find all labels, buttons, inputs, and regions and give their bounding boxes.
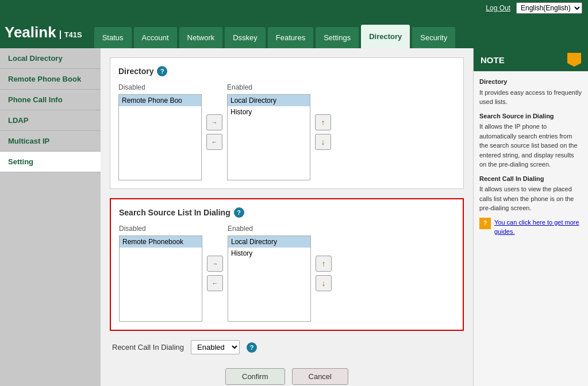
directory-disabled-list[interactable]: Remote Phone Boo — [118, 94, 202, 180]
search-disabled-list[interactable]: Remote Phonebook — [119, 236, 202, 322]
list-item[interactable]: Local Directory — [228, 95, 310, 106]
directory-section-title: Directory ? — [118, 66, 455, 76]
directory-arrow-buttons: → ← — [206, 114, 222, 150]
header: Yealink T41S Status Account Network Dssk… — [0, 16, 588, 48]
search-help-icon[interactable]: ? — [234, 207, 244, 218]
note-recent-text: It allows users to view the placed calls… — [479, 184, 582, 213]
logout-link[interactable]: Log Out — [486, 4, 510, 12]
directory-section: Directory ? Disabled Remote Phone Boo → … — [110, 57, 464, 189]
directory-enabled-col: Enabled Local Directory History — [227, 83, 310, 180]
tab-security[interactable]: Security — [412, 26, 456, 48]
sidebar: Local Directory Remote Phone Book Phone … — [0, 48, 101, 386]
list-item[interactable]: Remote Phone Boo — [119, 95, 201, 106]
top-bar: Log Out English(English) Chinese(中文) — [0, 0, 588, 16]
directory-updown-buttons: ↑ ↓ — [315, 114, 331, 150]
sidebar-item-phone-call-info[interactable]: Phone Call Info — [0, 90, 101, 110]
note-content: Directory It provides easy access to fre… — [474, 71, 588, 242]
directory-list-container: Disabled Remote Phone Boo → ← Enabled Lo… — [118, 83, 455, 180]
search-enabled-label: Enabled — [228, 225, 311, 233]
logo: Yealink T41S — [5, 24, 82, 41]
search-move-up-button[interactable]: ↑ — [316, 256, 332, 272]
directory-enabled-list[interactable]: Local Directory History — [227, 94, 310, 180]
search-move-down-button[interactable]: ↓ — [316, 275, 332, 291]
search-move-left-button[interactable]: ← — [207, 275, 223, 291]
search-enabled-list[interactable]: Local Directory History — [228, 236, 311, 322]
directory-move-up-button[interactable]: ↑ — [315, 114, 331, 130]
sidebar-item-setting[interactable]: Setting — [0, 152, 101, 172]
sidebar-item-remote-phone-book[interactable]: Remote Phone Book — [0, 69, 101, 90]
note-guide-link[interactable]: You can click here to get more guides. — [494, 218, 582, 237]
list-item[interactable]: Remote Phonebook — [120, 236, 202, 248]
content-area: Directory ? Disabled Remote Phone Boo → … — [101, 48, 473, 386]
list-item[interactable]: History — [228, 248, 310, 259]
search-section-title: Search Source List In Dialing ? — [119, 207, 455, 218]
model-name: T41S — [60, 30, 82, 39]
directory-help-icon[interactable]: ? — [157, 66, 167, 76]
recent-call-help-icon[interactable]: ? — [247, 342, 257, 353]
cancel-button[interactable]: Cancel — [292, 368, 348, 385]
nav-tabs: Status Account Network Dsskey Features S… — [94, 16, 456, 48]
note-header: NOTE — [474, 48, 588, 71]
list-item[interactable]: History — [228, 106, 310, 118]
note-search-text: It allows the IP phone to automatically … — [479, 122, 582, 169]
note-title: NOTE — [481, 55, 505, 65]
directory-move-right-button[interactable]: → — [206, 114, 222, 130]
directory-disabled-label: Disabled — [118, 83, 202, 91]
note-directory-title: Directory — [479, 77, 582, 87]
directory-move-down-button[interactable]: ↓ — [315, 134, 331, 150]
sidebar-item-multicast-ip[interactable]: Multicast IP — [0, 131, 101, 152]
recent-call-row: Recent Call In Dialing Enabled Disabled … — [110, 340, 464, 354]
tab-features[interactable]: Features — [267, 26, 314, 48]
search-updown-buttons: ↑ ↓ — [316, 256, 332, 291]
sidebar-item-ldap[interactable]: LDAP — [0, 110, 101, 131]
search-list-container: Disabled Remote Phonebook → ← Enabled Lo… — [119, 225, 455, 322]
directory-disabled-col: Disabled Remote Phone Boo — [118, 83, 202, 180]
search-disabled-col: Disabled Remote Phonebook — [119, 225, 202, 322]
note-directory-text: It provides easy access to frequently us… — [479, 88, 582, 107]
language-select[interactable]: English(English) Chinese(中文) — [516, 2, 582, 14]
search-enabled-col: Enabled Local Directory History — [228, 225, 311, 322]
note-guide-icon: ? — [479, 218, 491, 229]
search-move-right-button[interactable]: → — [207, 256, 223, 272]
confirm-button[interactable]: Confirm — [225, 368, 285, 385]
tab-dsskey[interactable]: Dsskey — [224, 26, 266, 48]
recent-call-select[interactable]: Enabled Disabled — [191, 340, 240, 354]
recent-call-label: Recent Call In Dialing — [112, 343, 184, 352]
note-panel: NOTE Directory It provides easy access t… — [473, 48, 588, 386]
note-recent-title: Recent Call In Dialing — [479, 174, 582, 184]
tab-status[interactable]: Status — [94, 26, 132, 48]
tab-directory[interactable]: Directory — [360, 24, 410, 48]
note-guide-row: ? You can click here to get more guides. — [479, 218, 582, 237]
sidebar-item-local-directory[interactable]: Local Directory — [0, 48, 101, 69]
search-arrow-buttons: → ← — [207, 256, 223, 291]
tab-account[interactable]: Account — [133, 26, 178, 48]
main-layout: Local Directory Remote Phone Book Phone … — [0, 48, 588, 386]
list-item[interactable]: Local Directory — [228, 236, 310, 248]
note-tag-icon — [567, 53, 581, 67]
brand-name: Yealink — [5, 24, 56, 41]
directory-enabled-label: Enabled — [227, 83, 310, 91]
bottom-buttons: Confirm Cancel — [110, 364, 464, 385]
note-search-title: Search Source in Dialing — [479, 111, 582, 121]
tab-settings[interactable]: Settings — [315, 26, 359, 48]
search-source-section: Search Source List In Dialing ? Disabled… — [110, 198, 464, 331]
directory-move-left-button[interactable]: ← — [206, 134, 222, 150]
tab-network[interactable]: Network — [179, 26, 224, 48]
search-disabled-label: Disabled — [119, 225, 202, 233]
